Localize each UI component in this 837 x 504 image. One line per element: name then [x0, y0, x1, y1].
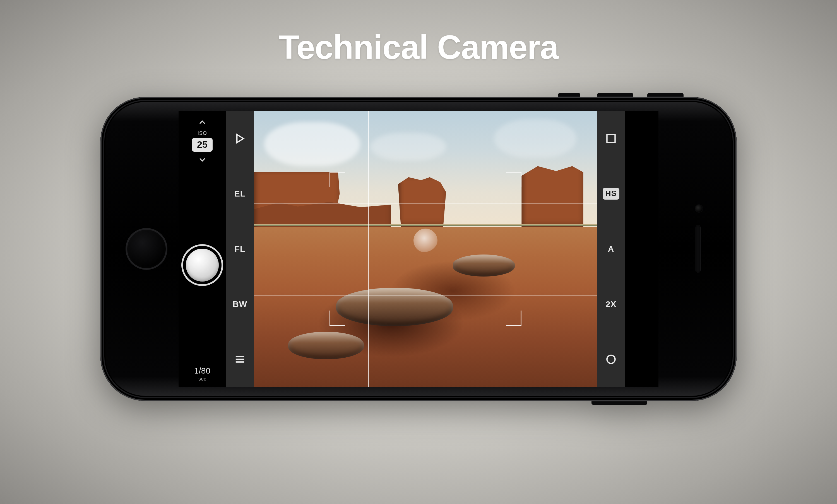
exposure-lock-button[interactable]: EL [226, 166, 254, 221]
phone-power-button [591, 401, 647, 405]
focus-lock-button[interactable]: FL [226, 221, 254, 277]
phone-home-button [126, 228, 167, 270]
svg-point-5 [607, 355, 615, 363]
app-title: Technical Camera [279, 28, 558, 66]
play-icon [235, 133, 245, 144]
grid-line [254, 295, 597, 296]
menu-button[interactable] [226, 332, 254, 387]
phone-volume-up [597, 93, 633, 97]
bw-button[interactable]: BW [226, 277, 254, 332]
play-button[interactable] [226, 111, 254, 166]
crop-corner [506, 172, 521, 187]
left-toolbar: EL FL BW [226, 111, 254, 387]
grid-line [254, 203, 597, 204]
iso-label: ISO [192, 130, 213, 136]
hs-mode-button[interactable]: HS [597, 166, 625, 221]
menu-icon [235, 355, 245, 363]
shutter-speed-unit: sec [194, 376, 210, 382]
auto-button[interactable]: A [597, 221, 625, 277]
right-bezel-column [625, 111, 658, 387]
iso-control[interactable]: ISO 25 [192, 130, 213, 152]
phone-mute-switch [558, 93, 580, 97]
phone-body: ISO 25 1/80 sec EL FL BW [101, 97, 736, 401]
shutter-speed-value: 1/80 [194, 366, 210, 375]
zoom-button[interactable]: 2X [597, 277, 625, 332]
grid-line [483, 111, 483, 387]
crop-corner [330, 311, 345, 326]
phone-mockup: ISO 25 1/80 sec EL FL BW [101, 97, 736, 401]
app-screen: ISO 25 1/80 sec EL FL BW [179, 111, 658, 387]
chevron-down-icon[interactable] [198, 155, 207, 164]
phone-speaker [696, 225, 700, 273]
chevron-up-icon[interactable] [198, 118, 207, 127]
svg-marker-0 [237, 135, 243, 143]
iso-value: 25 [192, 138, 213, 152]
record-icon [605, 354, 617, 365]
focus-indicator[interactable] [413, 229, 438, 253]
shutter-button[interactable] [186, 249, 219, 282]
phone-volume-down [647, 93, 683, 97]
crop-corner [330, 172, 345, 187]
crop-corner [506, 311, 521, 326]
format-button[interactable] [597, 111, 625, 166]
exposure-readout[interactable]: 1/80 sec [194, 366, 210, 382]
grid-line [368, 111, 369, 387]
svg-rect-4 [607, 134, 615, 143]
square-icon [605, 133, 617, 144]
record-mode-button[interactable] [597, 332, 625, 387]
controls-column: ISO 25 1/80 sec [179, 111, 226, 387]
phone-front-camera [695, 204, 703, 213]
viewfinder[interactable] [254, 111, 597, 387]
right-toolbar: HS A 2X [597, 111, 625, 387]
hs-badge: HS [603, 188, 620, 200]
